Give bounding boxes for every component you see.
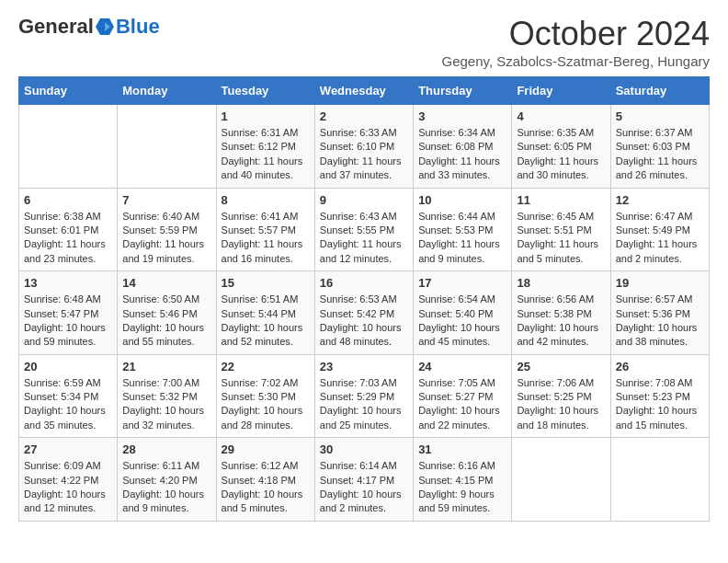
daylight-label: Daylight: 10 hours and 25 minutes. (320, 405, 402, 430)
sunset-label: Sunset: 5:25 PM (517, 391, 591, 402)
day-number: 29 (222, 442, 310, 456)
day-info: Sunrise: 6:33 AM Sunset: 6:10 PM Dayligh… (320, 126, 408, 183)
calendar-cell: 16 Sunrise: 6:53 AM Sunset: 5:42 PM Dayl… (314, 271, 413, 355)
logo: General Blue (18, 15, 160, 39)
day-info: Sunrise: 6:44 AM Sunset: 5:53 PM Dayligh… (418, 210, 506, 267)
sunset-label: Sunset: 4:15 PM (418, 475, 493, 486)
day-number: 25 (517, 360, 605, 373)
daylight-label: Daylight: 10 hours and 48 minutes. (320, 322, 402, 347)
calendar-cell: 3 Sunrise: 6:34 AM Sunset: 6:08 PM Dayli… (414, 105, 512, 189)
sunset-label: Sunset: 5:42 PM (320, 308, 394, 319)
day-info: Sunrise: 6:11 AM Sunset: 4:20 PM Dayligh… (122, 459, 210, 516)
day-info: Sunrise: 7:03 AM Sunset: 5:29 PM Dayligh… (320, 376, 408, 433)
daylight-label: Daylight: 11 hours and 9 minutes. (418, 238, 500, 263)
day-number: 19 (616, 276, 704, 290)
day-number: 9 (320, 193, 408, 207)
sunset-label: Sunset: 5:30 PM (222, 391, 296, 402)
daylight-label: Daylight: 9 hours and 59 minutes. (418, 488, 495, 513)
sunset-label: Sunset: 5:44 PM (222, 308, 296, 319)
location-title: Gegeny, Szabolcs-Szatmar-Bereg, Hungary (441, 53, 710, 69)
sunrise-label: Sunrise: 6:41 AM (222, 211, 299, 222)
day-info: Sunrise: 6:09 AM Sunset: 4:22 PM Dayligh… (24, 459, 112, 516)
day-number: 5 (616, 109, 704, 123)
sunset-label: Sunset: 4:18 PM (222, 475, 296, 486)
day-info: Sunrise: 6:43 AM Sunset: 5:55 PM Dayligh… (320, 210, 408, 267)
sunset-label: Sunset: 5:32 PM (122, 391, 197, 402)
day-info: Sunrise: 6:57 AM Sunset: 5:36 PM Dayligh… (616, 293, 704, 350)
day-info: Sunrise: 6:53 AM Sunset: 5:42 PM Dayligh… (320, 293, 408, 350)
sunrise-label: Sunrise: 6:14 AM (320, 460, 397, 471)
calendar-cell (19, 105, 118, 189)
daylight-label: Daylight: 10 hours and 35 minutes. (24, 405, 106, 430)
sunrise-label: Sunrise: 7:00 AM (122, 377, 199, 388)
day-info: Sunrise: 6:12 AM Sunset: 4:18 PM Dayligh… (222, 459, 310, 516)
sunrise-label: Sunrise: 6:38 AM (24, 211, 101, 222)
calendar-cell: 8 Sunrise: 6:41 AM Sunset: 5:57 PM Dayli… (216, 188, 314, 271)
daylight-label: Daylight: 10 hours and 32 minutes. (122, 405, 204, 430)
calendar-body: 1 Sunrise: 6:31 AM Sunset: 6:12 PM Dayli… (19, 105, 710, 522)
calendar-cell: 9 Sunrise: 6:43 AM Sunset: 5:55 PM Dayli… (314, 188, 413, 271)
calendar-cell: 15 Sunrise: 6:51 AM Sunset: 5:44 PM Dayl… (216, 271, 314, 355)
daylight-label: Daylight: 10 hours and 22 minutes. (418, 405, 500, 430)
sunset-label: Sunset: 5:29 PM (320, 391, 394, 402)
day-number: 30 (320, 442, 408, 456)
day-number: 3 (418, 109, 506, 123)
calendar-cell: 10 Sunrise: 6:44 AM Sunset: 5:53 PM Dayl… (414, 188, 512, 271)
day-info: Sunrise: 6:38 AM Sunset: 6:01 PM Dayligh… (24, 210, 112, 267)
daylight-label: Daylight: 11 hours and 2 minutes. (616, 238, 698, 263)
sunset-label: Sunset: 6:08 PM (418, 141, 493, 152)
sunset-label: Sunset: 5:23 PM (616, 391, 690, 402)
week-row-4: 20 Sunrise: 6:59 AM Sunset: 5:34 PM Dayl… (19, 354, 710, 438)
calendar-cell (118, 105, 216, 189)
sunset-label: Sunset: 5:36 PM (616, 308, 690, 319)
calendar-cell: 1 Sunrise: 6:31 AM Sunset: 6:12 PM Dayli… (216, 105, 314, 189)
sunrise-label: Sunrise: 6:43 AM (320, 211, 397, 222)
logo-blue: Blue (116, 15, 160, 39)
sunset-label: Sunset: 5:46 PM (122, 308, 197, 319)
day-info: Sunrise: 6:34 AM Sunset: 6:08 PM Dayligh… (418, 126, 506, 183)
sunrise-label: Sunrise: 6:50 AM (122, 293, 199, 304)
sunset-label: Sunset: 5:53 PM (418, 224, 493, 236)
sunrise-label: Sunrise: 6:34 AM (418, 127, 495, 138)
sunrise-label: Sunrise: 7:08 AM (616, 377, 693, 388)
sunset-label: Sunset: 5:38 PM (517, 308, 591, 319)
calendar-cell: 21 Sunrise: 7:00 AM Sunset: 5:32 PM Dayl… (118, 354, 216, 438)
weekday-tuesday: Tuesday (216, 77, 314, 105)
day-number: 17 (418, 276, 506, 290)
day-info: Sunrise: 6:37 AM Sunset: 6:03 PM Dayligh… (616, 126, 704, 183)
sunrise-label: Sunrise: 6:59 AM (24, 377, 101, 388)
daylight-label: Daylight: 10 hours and 52 minutes. (222, 322, 303, 347)
sunset-label: Sunset: 6:01 PM (24, 224, 98, 236)
sunrise-label: Sunrise: 7:02 AM (222, 377, 299, 388)
sunset-label: Sunset: 6:05 PM (517, 141, 591, 152)
sunrise-label: Sunrise: 7:03 AM (320, 377, 397, 388)
calendar-cell: 28 Sunrise: 6:11 AM Sunset: 4:20 PM Dayl… (118, 438, 216, 522)
calendar-cell: 19 Sunrise: 6:57 AM Sunset: 5:36 PM Dayl… (610, 271, 709, 355)
calendar-cell: 22 Sunrise: 7:02 AM Sunset: 5:30 PM Dayl… (216, 354, 314, 438)
weekday-saturday: Saturday (610, 77, 709, 105)
calendar-cell: 5 Sunrise: 6:37 AM Sunset: 6:03 PM Dayli… (610, 105, 709, 189)
month-title: October 2024 (441, 15, 710, 53)
sunrise-label: Sunrise: 6:09 AM (24, 460, 101, 471)
day-number: 2 (320, 109, 408, 123)
calendar-cell: 11 Sunrise: 6:45 AM Sunset: 5:51 PM Dayl… (512, 188, 610, 271)
day-info: Sunrise: 7:02 AM Sunset: 5:30 PM Dayligh… (222, 376, 310, 433)
calendar-cell: 12 Sunrise: 6:47 AM Sunset: 5:49 PM Dayl… (610, 188, 709, 271)
sunrise-label: Sunrise: 7:06 AM (517, 377, 594, 388)
daylight-label: Daylight: 10 hours and 12 minutes. (24, 488, 106, 513)
calendar-cell: 24 Sunrise: 7:05 AM Sunset: 5:27 PM Dayl… (414, 354, 512, 438)
day-number: 31 (418, 442, 506, 456)
day-info: Sunrise: 6:41 AM Sunset: 5:57 PM Dayligh… (222, 210, 310, 267)
calendar-cell: 31 Sunrise: 6:16 AM Sunset: 4:15 PM Dayl… (414, 438, 512, 522)
day-number: 13 (24, 276, 112, 290)
day-info: Sunrise: 6:47 AM Sunset: 5:49 PM Dayligh… (616, 210, 704, 267)
calendar-cell: 6 Sunrise: 6:38 AM Sunset: 6:01 PM Dayli… (19, 188, 118, 271)
day-number: 21 (122, 360, 210, 373)
daylight-label: Daylight: 10 hours and 15 minutes. (616, 405, 698, 430)
weekday-sunday: Sunday (19, 77, 118, 105)
weekday-wednesday: Wednesday (314, 77, 413, 105)
day-number: 14 (122, 276, 210, 290)
day-info: Sunrise: 6:45 AM Sunset: 5:51 PM Dayligh… (517, 210, 605, 267)
day-number: 15 (222, 276, 310, 290)
calendar-table: SundayMondayTuesdayWednesdayThursdayFrid… (18, 76, 710, 522)
